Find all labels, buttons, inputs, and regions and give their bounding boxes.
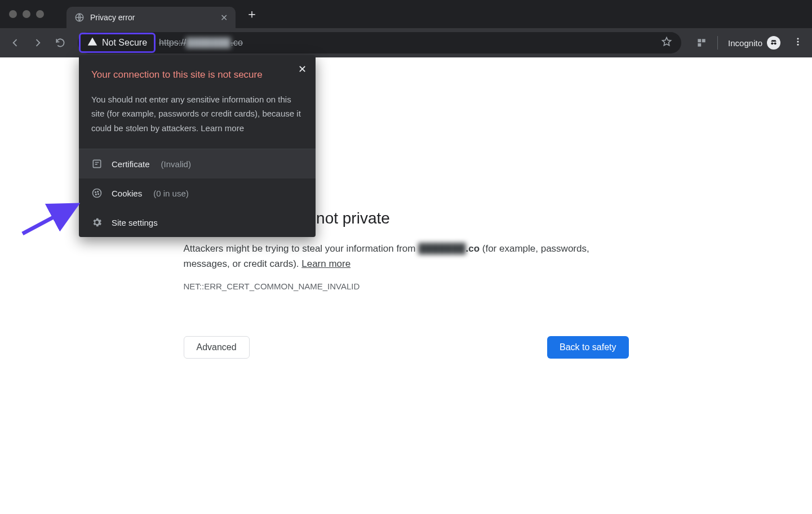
cookies-row[interactable]: Cookies (0 in use) (79, 178, 316, 208)
svg-point-5 (774, 42, 776, 44)
browser-tab[interactable]: Privacy error ✕ (66, 7, 236, 28)
svg-point-10 (93, 189, 101, 198)
popover-title: Your connection to this site is not secu… (91, 68, 303, 82)
toolbar-right: Incognito (696, 36, 805, 50)
incognito-label: Incognito (728, 38, 762, 48)
window-controls (9, 10, 44, 18)
new-tab-button[interactable]: ＋ (246, 6, 258, 23)
svg-point-11 (95, 192, 96, 193)
security-chip[interactable]: Not Secure (79, 33, 156, 53)
svg-point-13 (96, 194, 97, 195)
globe-icon (74, 12, 85, 23)
tab-strip: Privacy error ✕ ＋ (0, 0, 812, 28)
cookie-icon (91, 187, 103, 199)
popover-close-button[interactable]: ✕ (298, 63, 307, 75)
window-minimize-button[interactable] (23, 10, 30, 18)
page-body: Attackers might be trying to steal your … (184, 241, 629, 271)
back-to-safety-button[interactable]: Back to safety (547, 336, 629, 359)
forward-button[interactable] (29, 34, 46, 51)
error-code: NET::ERR_CERT_COMMON_NAME_INVALID (184, 281, 629, 291)
url-host-obscured: ███████ (186, 38, 230, 48)
svg-point-8 (797, 44, 799, 46)
certificate-row[interactable]: Certificate (Invalid) (79, 149, 316, 178)
tab-title: Privacy error (90, 13, 215, 22)
row-label: Cookies (112, 189, 142, 198)
incognito-icon (767, 36, 780, 50)
advanced-button[interactable]: Advanced (184, 336, 250, 359)
svg-point-6 (797, 38, 799, 39)
svg-rect-2 (702, 39, 705, 42)
extension-icon[interactable] (696, 37, 707, 48)
tab-close-button[interactable]: ✕ (220, 12, 228, 23)
window-close-button[interactable] (9, 10, 17, 18)
browser-menu-button[interactable] (791, 37, 805, 49)
row-meta: (Invalid) (161, 159, 191, 169)
svg-point-4 (771, 42, 773, 44)
button-row: Advanced Back to safety (184, 336, 629, 359)
toolbar: Not Secure https://███████.co Incognito (0, 28, 812, 57)
popover-learn-more-link[interactable]: Learn more (201, 123, 244, 133)
certificate-icon (91, 158, 103, 169)
security-label: Not Secure (102, 38, 147, 48)
url-scheme: https:// (159, 38, 186, 48)
window-zoom-button[interactable] (36, 10, 44, 18)
learn-more-link[interactable]: Learn more (301, 258, 350, 269)
row-meta: (0 in use) (153, 189, 189, 198)
omnibox[interactable]: Not Secure https://███████.co (78, 32, 681, 53)
url-text: https://███████.co (159, 38, 243, 48)
bookmark-star-button[interactable] (655, 36, 678, 50)
warning-icon (87, 37, 97, 49)
site-settings-row[interactable]: Site settings (79, 208, 316, 237)
row-label: Certificate (112, 159, 150, 169)
svg-rect-1 (698, 39, 701, 42)
svg-point-14 (98, 194, 99, 195)
incognito-indicator[interactable]: Incognito (728, 36, 780, 50)
site-info-popover: ✕ Your connection to this site is not se… (79, 55, 316, 237)
url-tld: .co (230, 38, 242, 48)
separator (717, 36, 718, 50)
svg-point-7 (797, 41, 799, 43)
row-label: Site settings (112, 218, 158, 227)
svg-point-12 (97, 191, 99, 193)
svg-rect-3 (698, 43, 701, 47)
popover-body: You should not enter any sensitive infor… (91, 92, 303, 136)
gear-icon (91, 217, 103, 228)
back-button[interactable] (7, 34, 24, 51)
reload-button[interactable] (52, 34, 69, 51)
